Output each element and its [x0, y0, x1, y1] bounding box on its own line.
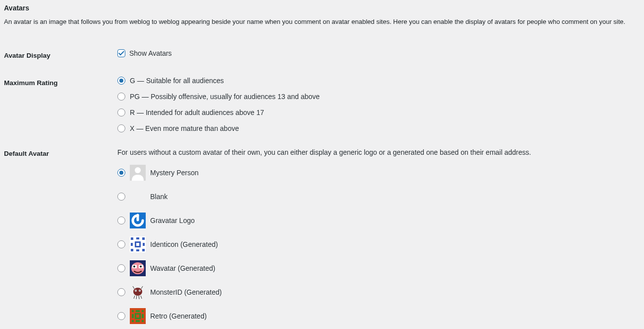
rating-radio-x[interactable]: [117, 124, 125, 132]
avatar-label-gravatar: Gravatar Logo: [150, 217, 195, 224]
avatar-label-blank: Blank: [150, 193, 168, 201]
svg-point-23: [133, 288, 142, 296]
maximum-rating-fieldset: G — Suitable for all audiences PG — Poss…: [117, 77, 639, 132]
rating-radio-pg[interactable]: [117, 93, 125, 101]
avatar-radio-identicon[interactable]: [117, 240, 125, 248]
svg-rect-42: [132, 320, 134, 322]
rating-label-x: X — Even more mature than above: [130, 124, 239, 132]
avatar-label-retro: Retro (Generated): [150, 312, 207, 320]
svg-rect-15: [136, 243, 139, 246]
show-avatars-text: Show Avatars: [129, 49, 172, 57]
settings-form-table: Avatar Display Show Avatars Maximum Rati…: [4, 42, 644, 329]
rating-option-x[interactable]: X — Even more mature than above: [117, 124, 639, 132]
svg-rect-11: [136, 249, 139, 251]
rating-label-g: G — Suitable for all audiences: [130, 77, 224, 85]
avatar-display-label: Avatar Display: [4, 42, 112, 69]
avatar-radio-monsterid[interactable]: [117, 288, 125, 296]
rating-option-g[interactable]: G — Suitable for all audiences: [117, 77, 639, 85]
svg-rect-43: [142, 320, 144, 322]
avatar-radio-retro[interactable]: [117, 312, 125, 320]
identicon-icon: [130, 236, 146, 252]
retro-icon: [130, 308, 146, 324]
show-avatars-label[interactable]: Show Avatars: [117, 49, 639, 57]
svg-rect-38: [132, 314, 134, 318]
avatar-radio-blank[interactable]: [117, 193, 125, 201]
rating-radio-r[interactable]: [117, 109, 125, 116]
svg-rect-10: [136, 237, 139, 239]
avatar-option-blank[interactable]: Blank: [117, 189, 639, 205]
svg-rect-2: [130, 189, 146, 205]
svg-rect-13: [143, 243, 145, 246]
monsterid-icon: [130, 284, 146, 300]
avatar-radio-wavatar[interactable]: [117, 264, 125, 272]
svg-point-20: [133, 265, 135, 267]
svg-rect-7: [142, 237, 145, 240]
svg-point-1: [135, 167, 141, 173]
maximum-rating-label: Maximum Rating: [4, 69, 112, 140]
avatar-radio-mystery[interactable]: [117, 169, 125, 177]
rating-label-pg: PG — Possibly offensive, usually for aud…: [130, 93, 320, 101]
mystery-person-icon: [130, 165, 146, 181]
svg-rect-44: [136, 320, 140, 322]
avatar-label-monsterid: MonsterID (Generated): [150, 288, 222, 296]
default-avatar-label: Default Avatar: [4, 140, 112, 329]
show-avatars-checkbox[interactable]: [117, 49, 125, 57]
svg-rect-6: [131, 237, 133, 240]
blank-icon: [130, 189, 146, 205]
avatar-option-identicon[interactable]: Identicon (Generated): [117, 236, 639, 252]
gravatar-logo-icon: [130, 213, 146, 228]
section-description: An avatar is an image that follows you f…: [4, 17, 644, 27]
avatar-option-mystery[interactable]: Mystery Person: [117, 165, 639, 181]
svg-point-21: [140, 265, 142, 267]
svg-point-27: [139, 290, 140, 291]
wavatar-icon: [130, 260, 146, 276]
avatar-option-retro[interactable]: Retro (Generated): [117, 308, 639, 324]
svg-rect-41: [136, 315, 139, 318]
avatar-option-gravatar[interactable]: Gravatar Logo: [117, 213, 639, 228]
avatar-radio-gravatar[interactable]: [117, 217, 125, 224]
rating-label-r: R — Intended for adult audiences above 1…: [130, 109, 264, 116]
default-avatar-fieldset: Mystery Person Blank: [117, 165, 639, 324]
svg-rect-36: [142, 310, 144, 312]
avatar-label-wavatar: Wavatar (Generated): [150, 264, 215, 272]
avatar-option-wavatar[interactable]: Wavatar (Generated): [117, 260, 639, 276]
svg-rect-39: [142, 314, 144, 318]
svg-rect-12: [131, 243, 133, 246]
avatar-option-monsterid[interactable]: MonsterID (Generated): [117, 284, 639, 300]
section-title: Avatars: [4, 4, 644, 12]
svg-rect-9: [142, 249, 145, 251]
default-avatar-help: For users without a custom avatar of the…: [117, 147, 639, 158]
rating-option-r[interactable]: R — Intended for adult audiences above 1…: [117, 109, 639, 116]
svg-point-26: [135, 290, 136, 291]
rating-radio-g[interactable]: [117, 77, 125, 85]
avatar-label-identicon: Identicon (Generated): [150, 240, 218, 248]
svg-rect-35: [132, 310, 134, 312]
svg-rect-37: [136, 310, 140, 312]
avatar-label-mystery: Mystery Person: [150, 169, 198, 177]
svg-rect-8: [131, 249, 133, 251]
rating-option-pg[interactable]: PG — Possibly offensive, usually for aud…: [117, 93, 639, 101]
